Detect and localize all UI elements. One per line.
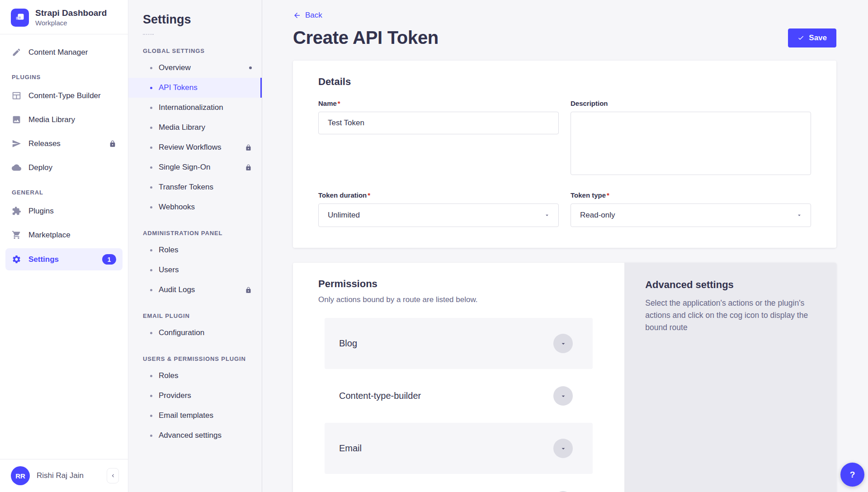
required-asterisk: * — [607, 191, 609, 199]
bullet-icon — [150, 147, 152, 149]
nav-item-label: Content-Type Builder — [28, 91, 101, 100]
nav-item-content-manager[interactable]: Content Manager — [5, 42, 123, 63]
name-field-group: Name* — [318, 99, 559, 177]
nav-item-label: Marketplace — [28, 231, 71, 240]
nav-item-label: Plugins — [28, 207, 54, 216]
nav-section-plugins: PLUGINS — [12, 74, 116, 80]
nav-item-settings[interactable]: Settings 1 — [5, 248, 123, 270]
description-textarea[interactable] — [571, 112, 811, 175]
settings-nav-item-configuration[interactable]: Configuration — [128, 323, 262, 343]
accordion-content-type-builder[interactable]: Content-type-builder — [325, 370, 593, 421]
nav-item-deploy[interactable]: Deploy — [5, 157, 123, 178]
notification-dot-icon — [249, 66, 252, 69]
token-duration-field-group: Token duration* Unlimited — [318, 191, 559, 227]
settings-nav-item-users[interactable]: Users — [128, 260, 262, 280]
permissions-card: Permissions Only actions bound by a rout… — [293, 263, 836, 492]
user-name: Rishi Raj Jain — [37, 471, 100, 480]
expand-accordion-button[interactable] — [553, 439, 573, 458]
bullet-icon — [150, 206, 152, 208]
sidebar-collapse-button[interactable] — [107, 468, 119, 483]
workspace-subtitle: Workplace — [35, 19, 107, 27]
check-icon — [797, 34, 804, 41]
caret-down-icon — [560, 340, 567, 347]
bullet-icon — [150, 332, 152, 334]
caret-down-icon — [544, 212, 550, 218]
settings-nav-item-audit-logs[interactable]: Audit Logs — [128, 280, 262, 300]
caret-down-icon — [796, 212, 802, 218]
user-area: RR Rishi Raj Jain — [0, 459, 128, 492]
settings-nav-item-single-sign-on[interactable]: Single Sign-On — [128, 157, 262, 177]
required-asterisk: * — [368, 191, 370, 199]
nav-item-label: Settings — [28, 255, 59, 264]
description-field-group: Description — [571, 99, 811, 177]
settings-nav-item-review-workflows[interactable]: Review Workflows — [128, 137, 262, 157]
name-input[interactable] — [318, 112, 559, 134]
settings-nav-item-roles[interactable]: Roles — [128, 240, 262, 260]
settings-nav-item-transfer-tokens[interactable]: Transfer Tokens — [128, 177, 262, 197]
bullet-icon — [150, 249, 152, 251]
nav-item-content-type-builder[interactable]: Content-Type Builder — [5, 85, 123, 106]
back-link[interactable]: Back — [293, 11, 322, 20]
advanced-settings-description: Select the application's actions or the … — [645, 297, 816, 334]
nav-item-label: Releases — [28, 139, 61, 148]
token-duration-select[interactable]: Unlimited — [318, 203, 559, 227]
settings-nav-item-up-roles[interactable]: Roles — [128, 366, 262, 386]
details-heading: Details — [318, 76, 811, 88]
strapi-logo-icon — [11, 9, 29, 27]
settings-nav-item-internationalization[interactable]: Internationalization — [128, 98, 262, 118]
nav-section-general: GENERAL — [12, 189, 116, 196]
accordion-email[interactable]: Email — [325, 423, 593, 474]
paper-plane-icon — [12, 139, 21, 148]
cloud-icon — [12, 163, 21, 172]
advanced-settings-heading: Advanced settings — [645, 279, 816, 291]
settings-nav-item-api-tokens[interactable]: API Tokens — [128, 78, 262, 98]
token-type-label: Token type* — [571, 191, 811, 199]
lock-icon — [109, 140, 116, 147]
bullet-icon — [150, 435, 152, 437]
required-asterisk: * — [338, 99, 340, 107]
help-button[interactable]: ? — [840, 463, 864, 487]
settings-nav-item-media-library[interactable]: Media Library — [128, 118, 262, 137]
workspace-brand[interactable]: Strapi Dashboard Workplace — [0, 0, 128, 34]
accordion-upload[interactable]: Upload — [325, 475, 593, 492]
advanced-settings-panel: Advanced settings Select the application… — [624, 263, 836, 492]
token-duration-label: Token duration* — [318, 191, 559, 199]
expand-accordion-button[interactable] — [553, 386, 573, 406]
bullet-icon — [150, 166, 152, 169]
settings-nav-item-email-templates[interactable]: Email templates — [128, 406, 262, 426]
details-card: Details Name* Description Token duration… — [293, 61, 836, 248]
settings-notification-badge: 1 — [102, 254, 116, 265]
settings-nav-item-webhooks[interactable]: Webhooks — [128, 197, 262, 217]
section-administration-panel: ADMINISTRATION PANEL — [143, 230, 262, 237]
settings-sidebar: Settings GLOBAL SETTINGS Overview API To… — [128, 0, 262, 492]
nav-item-releases[interactable]: Releases — [5, 133, 123, 154]
app-root: Strapi Dashboard Workplace Content Manag… — [0, 0, 868, 492]
question-mark-icon: ? — [850, 470, 855, 480]
section-users-permissions-plugin: USERS & PERMISSIONS PLUGIN — [143, 355, 262, 362]
accordion-blog[interactable]: Blog — [325, 318, 593, 369]
save-button[interactable]: Save — [788, 28, 836, 47]
name-label: Name* — [318, 99, 559, 107]
nav-item-plugins[interactable]: Plugins — [5, 200, 123, 222]
settings-nav-item-overview[interactable]: Overview — [128, 58, 262, 78]
bullet-icon — [150, 87, 152, 89]
nav-item-marketplace[interactable]: Marketplace — [5, 224, 123, 246]
nav-item-media-library[interactable]: Media Library — [5, 109, 123, 130]
token-type-select[interactable]: Read-only — [571, 203, 811, 227]
settings-nav-item-providers[interactable]: Providers — [128, 386, 262, 406]
image-icon — [12, 115, 21, 124]
settings-nav-item-advanced-settings[interactable]: Advanced settings — [128, 426, 262, 445]
layout-grid-icon — [12, 91, 21, 100]
main-sidebar: Strapi Dashboard Workplace Content Manag… — [0, 0, 128, 492]
main-content: Back Create API Token Save Details Name* — [262, 0, 868, 492]
caret-down-icon — [560, 393, 567, 400]
permissions-subtitle: Only actions bound by a route are listed… — [318, 295, 599, 304]
workspace-title: Strapi Dashboard — [35, 8, 107, 18]
arrow-left-icon — [293, 11, 301, 19]
expand-accordion-button[interactable] — [553, 334, 573, 353]
lock-icon — [245, 287, 252, 293]
permissions-heading: Permissions — [318, 278, 599, 290]
bullet-icon — [150, 289, 152, 291]
puzzle-icon — [12, 206, 21, 216]
bullet-icon — [150, 107, 152, 109]
